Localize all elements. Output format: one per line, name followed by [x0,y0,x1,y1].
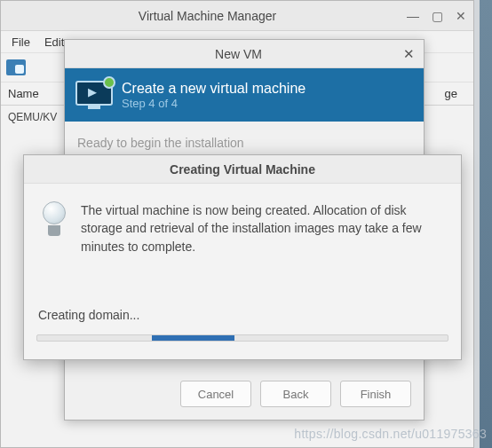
progress-body: The virtual machine is now being created… [24,184,461,264]
new-vm-icon[interactable] [6,59,26,75]
progress-dialog: Creating Virtual Machine The virtual mac… [23,154,462,360]
watermark: https://blog.csdn.net/u011975363 [294,427,487,441]
banner-text: Create a new virtual machine Step 4 of 4 [122,81,306,110]
new-vm-title: New VM [74,47,403,61]
banner-step: Step 4 of 4 [122,97,306,110]
close-icon[interactable]: ✕ [456,10,466,22]
lightbulb-icon [40,201,68,244]
progress-bar-fill [152,335,234,341]
minimize-icon[interactable]: — [407,10,419,22]
new-vm-banner: Create a new virtual machine Step 4 of 4 [65,68,424,122]
finish-button[interactable]: Finish [340,381,411,407]
progress-status: Creating domain... [38,308,139,322]
column-usage[interactable]: ge [445,87,457,100]
progress-message: The virtual machine is now being created… [81,201,445,255]
banner-title: Create a new virtual machine [122,81,306,97]
maximize-icon[interactable]: ▢ [432,10,443,22]
new-vm-titlebar[interactable]: New VM ✕ [65,40,424,68]
main-titlebar[interactable]: Virtual Machine Manager — ▢ ✕ [1,1,473,31]
monitor-icon [75,79,113,111]
back-button[interactable]: Back [260,381,331,407]
progress-title: Creating Virtual Machine [24,155,461,184]
cancel-button[interactable]: Cancel [180,381,251,407]
progress-bar [36,334,448,342]
new-vm-body: Ready to begin the installation [65,122,424,155]
desktop-background-strip [480,0,492,448]
main-window-title: Virtual Machine Manager [8,9,407,23]
column-name[interactable]: Name [8,87,39,100]
window-buttons: — ▢ ✕ [407,10,466,22]
menu-file[interactable]: File [6,34,36,51]
close-icon[interactable]: ✕ [403,46,415,62]
new-vm-buttons: Cancel Back Finish [180,381,411,407]
